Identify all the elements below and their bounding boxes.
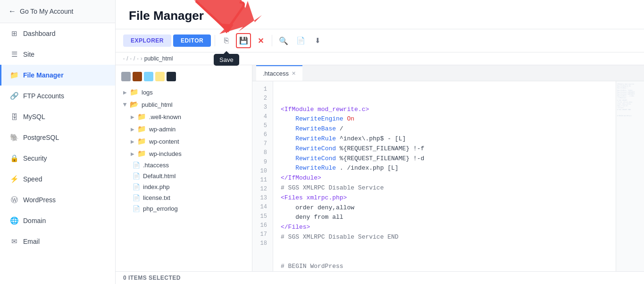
- line-number-18: 18: [258, 239, 267, 248]
- tree-color-bar: [116, 70, 252, 86]
- go-to-account-link[interactable]: ← Go To My Account: [0, 0, 115, 23]
- editor-tab-name: .htaccess: [263, 70, 289, 77]
- tree-item-default-html[interactable]: 📄 Default.html: [116, 171, 252, 181]
- search-icon-btn[interactable]: 🔍: [276, 33, 291, 48]
- sidebar-item-postgresql[interactable]: 🐘 PostgreSQL: [0, 127, 115, 148]
- tree-item-wp-content[interactable]: ▶ 📁 wp-content: [116, 135, 252, 147]
- chevron-right-icon: ▶: [123, 90, 127, 95]
- download-icon: ⬇: [315, 36, 321, 45]
- editor-tab-btn[interactable]: EDITOR: [173, 34, 211, 47]
- tree-item-index-php[interactable]: 📄 index.php: [116, 181, 252, 192]
- chevron-right-icon-wp-includes: ▶: [131, 151, 134, 156]
- x-icon: ✕: [258, 36, 264, 45]
- ftp-accounts-icon: 🔗: [10, 92, 18, 100]
- breadcrumb: · / · / · › public_html: [116, 52, 644, 65]
- code-line-3: RewriteBase /: [281, 124, 608, 134]
- new-file-icon-btn[interactable]: 📄: [293, 33, 308, 48]
- save-icon: 💾: [239, 36, 248, 45]
- line-number-5: 5: [258, 121, 267, 130]
- chevron-right-icon-wp-admin: ▶: [131, 127, 134, 132]
- site-icon: ☰: [10, 50, 18, 59]
- line-number-4: 4: [258, 112, 267, 121]
- sidebar-item-ftp-accounts[interactable]: 🔗 FTP Accounts: [0, 86, 115, 106]
- explorer-tab-btn[interactable]: EXPLORER: [123, 34, 171, 47]
- code-line-9: # SGS XMLRPC Disable Service: [281, 183, 608, 193]
- editor-tab-htaccess[interactable]: .htaccess ✕: [256, 65, 302, 81]
- folder-icon-public-html: 📂: [130, 100, 139, 109]
- editor-content[interactable]: 123456789101112131415161718 <IfModule mo…: [252, 81, 644, 271]
- breadcrumb-sep3: ›: [141, 55, 142, 62]
- code-line-8: </IfModule>: [281, 173, 608, 183]
- close-icon-btn[interactable]: ✕: [253, 33, 268, 48]
- dashboard-icon: ⊞: [10, 29, 18, 38]
- domain-icon: 🌐: [10, 216, 18, 225]
- toolbar-divider-1: [215, 35, 215, 46]
- go-to-account-label: Go To My Account: [20, 8, 73, 15]
- tab-close-btn[interactable]: ✕: [292, 70, 296, 77]
- line-number-17: 17: [258, 230, 267, 239]
- code-lines[interactable]: <IfModule mod_rewrite.c> RewriteEngine O…: [273, 81, 616, 271]
- color-dot-gray: [121, 72, 131, 81]
- tree-item-label-wp-includes: wp-includes: [149, 150, 182, 157]
- tree-item-logs[interactable]: ▶ 📁 logs: [116, 86, 252, 98]
- sidebar-nav: ⊞ Dashboard ☰ Site 📁 File Manager 🔗 FTP …: [0, 23, 115, 252]
- page-header: File Manager: [116, 0, 644, 29]
- new-file-icon: 📄: [296, 36, 305, 45]
- tree-item-label-logs: logs: [142, 89, 153, 96]
- breadcrumb-dot2: ·: [130, 55, 132, 62]
- folder-icon-wp-includes: 📁: [137, 149, 146, 158]
- sidebar-item-domain[interactable]: 🌐 Domain: [0, 210, 115, 231]
- fm-body: ▶ 📁 logs ▶ 📂 public_html ▶ 📁 .well-known…: [116, 65, 644, 271]
- sidebar-item-label-postgresql: PostgreSQL: [23, 134, 59, 141]
- tree-item-php-errorlog[interactable]: 📄 php_errorlog: [116, 203, 252, 214]
- sidebar-item-label-ftp-accounts: FTP Accounts: [23, 92, 64, 100]
- line-numbers: 123456789101112131415161718: [252, 81, 273, 271]
- tree-item-label-wp-admin: wp-admin: [149, 126, 176, 133]
- toolbar-divider-2: [272, 35, 272, 46]
- chevron-right-icon-wp-content: ▶: [131, 139, 134, 144]
- tree-item-license-txt[interactable]: 📄 license.txt: [116, 192, 252, 203]
- file-icon-license-txt: 📄: [133, 194, 140, 201]
- code-line-16: [281, 252, 608, 262]
- sidebar-item-label-site: Site: [23, 51, 34, 58]
- line-number-3: 3: [258, 103, 267, 112]
- tree-item-wp-includes[interactable]: ▶ 📁 wp-includes: [116, 147, 252, 160]
- sidebar-item-mysql[interactable]: 🗄 MySQL: [0, 106, 115, 127]
- code-line-15: [281, 242, 608, 252]
- sidebar-item-wordpress[interactable]: Ⓦ WordPress: [0, 189, 115, 210]
- save-icon-btn[interactable]: 💾: [236, 33, 251, 48]
- sidebar-item-file-manager[interactable]: 📁 File Manager: [0, 65, 115, 86]
- download-icon-btn[interactable]: ⬇: [310, 33, 325, 48]
- status-bar: 0 ITEMS SELECTED: [116, 271, 644, 284]
- sidebar-item-speed[interactable]: ⚡ Speed: [0, 169, 115, 189]
- sidebar-item-site[interactable]: ☰ Site: [0, 44, 115, 65]
- line-number-11: 11: [258, 176, 267, 185]
- code-line-17: # BEGIN WordPress: [281, 262, 608, 271]
- tree-item-public-html[interactable]: ▶ 📂 public_html: [116, 98, 252, 111]
- sidebar-item-label-speed: Speed: [23, 175, 42, 183]
- color-dot-brown: [133, 72, 142, 81]
- sidebar-item-email[interactable]: ✉ Email: [0, 231, 115, 252]
- tree-item-htaccess[interactable]: 📄 .htaccess: [116, 160, 252, 171]
- tree-item-label-index-php: index.php: [143, 183, 169, 190]
- mysql-icon: 🗄: [10, 112, 18, 121]
- sidebar-item-security[interactable]: 🔒 Security: [0, 148, 115, 169]
- tree-item-label-htaccess: .htaccess: [143, 162, 169, 169]
- sidebar-item-label-domain: Domain: [23, 217, 46, 224]
- chevron-right-icon-well-known: ▶: [131, 114, 134, 120]
- sidebar-item-label-email: Email: [23, 238, 40, 245]
- code-line-11: order deny,allow: [281, 203, 608, 213]
- file-manager-icon: 📁: [10, 71, 18, 79]
- copy-icon-btn[interactable]: ⎘: [219, 33, 234, 48]
- color-dot-dark: [167, 72, 176, 81]
- folder-icon-wp-content: 📁: [137, 137, 146, 146]
- sidebar-item-dashboard[interactable]: ⊞ Dashboard: [0, 23, 115, 44]
- page-title: File Manager: [129, 9, 631, 23]
- tree-item-well-known[interactable]: ▶ 📁 .well-known: [116, 111, 252, 123]
- back-arrow-icon: ←: [8, 7, 16, 16]
- folder-icon-wp-admin: 📁: [137, 125, 146, 133]
- code-line-4: RewriteRule ^index\.php$ - [L]: [281, 134, 608, 144]
- tree-item-wp-admin[interactable]: ▶ 📁 wp-admin: [116, 123, 252, 135]
- line-number-1: 1: [258, 85, 267, 94]
- tree-item-label-well-known: .well-known: [149, 113, 181, 120]
